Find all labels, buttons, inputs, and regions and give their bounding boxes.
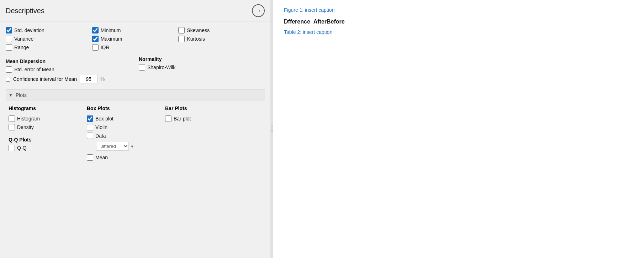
std-deviation-item: Std. deviation bbox=[6, 27, 92, 33]
right-panel: Figure 1: insert caption Dfference_After… bbox=[273, 0, 644, 258]
minimum-checkbox[interactable] bbox=[92, 27, 99, 33]
std-error-mean-checkbox[interactable] bbox=[6, 66, 12, 73]
range-label[interactable]: Range bbox=[14, 45, 29, 50]
std-deviation-label[interactable]: Std. deviation bbox=[14, 27, 44, 33]
plots-header-label: Plots bbox=[16, 92, 27, 98]
plots-section: ▼ Plots Histograms Histogram Density bbox=[6, 89, 265, 164]
divider-dot-3 bbox=[271, 131, 273, 132]
std-error-mean-item: Std. error of Mean bbox=[6, 66, 132, 73]
shapiro-wilk-item: Shapiro-Wilk bbox=[139, 64, 265, 71]
arrow-button[interactable]: → bbox=[252, 4, 265, 17]
kurtosis-checkbox[interactable] bbox=[178, 36, 185, 42]
normality-title: Normality bbox=[139, 56, 265, 62]
qq-checkbox[interactable] bbox=[9, 145, 15, 151]
qq-section: Q-Q Plots Q-Q bbox=[9, 137, 87, 151]
density-checkbox[interactable] bbox=[9, 124, 15, 130]
plots-header[interactable]: ▼ Plots bbox=[6, 89, 265, 101]
violin-item: Violin bbox=[87, 124, 165, 130]
range-checkbox[interactable] bbox=[6, 44, 12, 51]
minimum-item: Minimum bbox=[92, 27, 179, 33]
box-plot-item: Box plot bbox=[87, 115, 165, 122]
maximum-item: Maximum bbox=[92, 36, 179, 42]
variance-item: Variance bbox=[6, 36, 92, 42]
shapiro-wilk-label[interactable]: Shapiro-Wilk bbox=[147, 64, 175, 70]
histogram-checkbox[interactable] bbox=[9, 115, 15, 122]
jittered-dropdown-row: Jittered Stacked Centered ▼ bbox=[96, 142, 165, 151]
plots-content: Histograms Histogram Density Q-Q Plots bbox=[6, 101, 265, 164]
panel-divider bbox=[270, 0, 273, 258]
mean-dispersion-title: Mean Dispersion bbox=[6, 58, 132, 64]
confidence-interval-row: Confidence interval for Mean % bbox=[6, 75, 132, 83]
bar-plot-label[interactable]: Bar plot bbox=[174, 116, 191, 122]
skewness-item: Skewness bbox=[178, 27, 265, 33]
minimum-label[interactable]: Minimum bbox=[101, 27, 121, 33]
panel-content: Std. deviation Minimum Skewness Variance… bbox=[0, 24, 270, 258]
shapiro-wilk-checkbox[interactable] bbox=[139, 64, 145, 71]
box-plots-title: Box Plots bbox=[87, 105, 165, 111]
violin-checkbox[interactable] bbox=[87, 124, 93, 130]
confidence-interval-label[interactable]: Confidence interval for Mean bbox=[13, 76, 77, 82]
kurtosis-label[interactable]: Kurtosis bbox=[187, 36, 205, 42]
mean-checkbox[interactable] bbox=[87, 154, 93, 161]
divider-dot-1 bbox=[271, 126, 273, 127]
empty-cell bbox=[178, 44, 265, 51]
histogram-label[interactable]: Histogram bbox=[17, 116, 40, 122]
qq-item: Q-Q bbox=[9, 145, 87, 151]
mean-label[interactable]: Mean bbox=[95, 155, 108, 160]
skewness-label[interactable]: Skewness bbox=[187, 27, 210, 33]
plots-grid: Histograms Histogram Density Q-Q Plots bbox=[9, 105, 262, 161]
main-checkbox-grid: Std. deviation Minimum Skewness Variance… bbox=[6, 27, 265, 51]
maximum-checkbox[interactable] bbox=[92, 36, 99, 42]
kurtosis-item: Kurtosis bbox=[178, 36, 265, 42]
std-deviation-checkbox[interactable] bbox=[6, 27, 12, 33]
density-label[interactable]: Density bbox=[17, 124, 34, 130]
bar-plots-title: Bar Plots bbox=[165, 105, 243, 111]
std-error-mean-label[interactable]: Std. error of Mean bbox=[14, 67, 54, 72]
violin-label[interactable]: Violin bbox=[95, 124, 107, 130]
iqr-item: IQR bbox=[92, 44, 179, 51]
maximum-label[interactable]: Maximum bbox=[101, 36, 122, 42]
chevron-down-icon: ▼ bbox=[9, 93, 13, 98]
range-item: Range bbox=[6, 44, 92, 51]
histogram-item: Histogram bbox=[9, 115, 87, 122]
variance-checkbox[interactable] bbox=[6, 36, 12, 42]
confidence-interval-input[interactable] bbox=[80, 75, 97, 83]
qq-label[interactable]: Q-Q bbox=[17, 145, 26, 151]
skewness-checkbox[interactable] bbox=[178, 27, 185, 33]
bar-plot-checkbox[interactable] bbox=[165, 115, 171, 122]
iqr-checkbox[interactable] bbox=[92, 44, 99, 51]
mean-item: Mean bbox=[87, 154, 165, 161]
panel-header: Descriptives → bbox=[0, 0, 270, 21]
box-plot-checkbox[interactable] bbox=[87, 115, 93, 122]
data-checkbox[interactable] bbox=[87, 133, 93, 139]
data-item: Data bbox=[87, 133, 165, 139]
panel-title: Descriptives bbox=[6, 7, 44, 15]
data-label[interactable]: Data bbox=[95, 133, 106, 139]
divider-dots bbox=[271, 126, 273, 132]
chevron-dropdown-icon: ▼ bbox=[130, 144, 134, 149]
box-plot-label[interactable]: Box plot bbox=[95, 116, 114, 122]
variable-name: Dfference_AfterBefore bbox=[284, 19, 633, 25]
confidence-interval-checkbox[interactable] bbox=[6, 77, 10, 82]
left-panel: Descriptives → Std. deviation Minimum Sk… bbox=[0, 0, 270, 258]
qq-title: Q-Q Plots bbox=[9, 137, 87, 143]
histograms-title: Histograms bbox=[9, 105, 87, 111]
jittered-dropdown[interactable]: Jittered Stacked Centered bbox=[96, 142, 129, 151]
variance-label[interactable]: Variance bbox=[14, 36, 33, 42]
mean-dispersion-section: Mean Dispersion Std. error of Mean Confi… bbox=[6, 55, 132, 83]
figure-caption[interactable]: Figure 1: insert caption bbox=[284, 7, 633, 13]
normality-section: Normality Shapiro-Wilk bbox=[132, 56, 265, 83]
box-plots-column: Box Plots Box plot Violin Data bbox=[87, 105, 165, 161]
percent-label: % bbox=[100, 76, 105, 82]
divider-dot-2 bbox=[271, 129, 273, 130]
iqr-label[interactable]: IQR bbox=[101, 45, 110, 50]
bar-plot-item: Bar plot bbox=[165, 115, 243, 122]
density-item: Density bbox=[9, 124, 87, 130]
bar-plots-column: Bar Plots Bar plot bbox=[165, 105, 243, 161]
histograms-column: Histograms Histogram Density Q-Q Plots bbox=[9, 105, 87, 161]
table-caption[interactable]: Table 2: insert caption bbox=[284, 29, 633, 35]
